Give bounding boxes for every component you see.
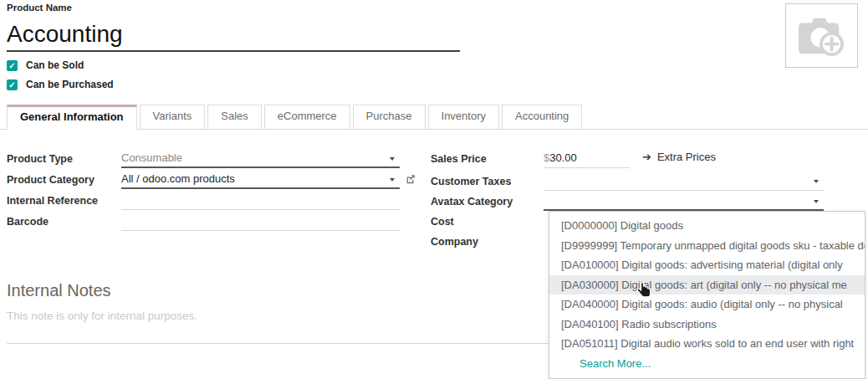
product-type-select[interactable]: Consumable bbox=[121, 150, 400, 168]
tab-variants[interactable]: Variants bbox=[140, 105, 206, 130]
product-image-placeholder[interactable] bbox=[785, 3, 858, 68]
dropdown-option[interactable]: [DA040100] Radio subscriptions bbox=[549, 315, 865, 335]
avatax-category-label: Avatax Category bbox=[431, 192, 513, 211]
internal-reference-label: Internal Reference bbox=[7, 192, 98, 210]
product-category-value: All / odoo.com products bbox=[121, 172, 235, 185]
tab-sales[interactable]: Sales bbox=[207, 105, 262, 130]
checkbox-label: Can be Sold bbox=[26, 59, 84, 71]
customer-taxes-select[interactable] bbox=[544, 172, 824, 191]
customer-taxes-label: Customer Taxes bbox=[431, 172, 511, 191]
cost-label: Cost bbox=[431, 213, 454, 231]
avatax-category-select[interactable] bbox=[544, 192, 824, 211]
checkbox-label: Can be Purchased bbox=[26, 79, 114, 90]
internal-notes-heading: Internal Notes bbox=[7, 281, 111, 300]
dropdown-option[interactable]: [DA040000] Digital goods: audio (digital… bbox=[549, 294, 865, 315]
checkmark-icon[interactable]: ✓ bbox=[7, 79, 18, 90]
chevron-down-icon bbox=[814, 200, 819, 203]
sales-price-value: 30.00 bbox=[549, 151, 577, 164]
internal-reference-input[interactable] bbox=[121, 192, 400, 210]
dropdown-option-highlighted[interactable]: [DA030000] Digital goods: art (digital o… bbox=[549, 275, 865, 295]
avatax-category-dropdown: [D0000000] Digital goods [D9999999] Temp… bbox=[549, 211, 865, 379]
dropdown-option[interactable]: [D0000000] Digital goods bbox=[549, 216, 865, 236]
product-type-label: Product Type bbox=[7, 150, 73, 168]
chevron-down-icon bbox=[390, 157, 395, 161]
dropdown-option[interactable]: [DA051011] Digital audio works sold to a… bbox=[549, 334, 865, 354]
dropdown-option[interactable]: [D9999999] Temporary unmapped digital go… bbox=[549, 236, 865, 256]
tab-general-information[interactable]: General Information bbox=[7, 105, 137, 130]
checkbox-can-be-sold[interactable]: ✓ Can be Sold bbox=[7, 59, 84, 71]
extra-prices-label: Extra Prices bbox=[657, 151, 716, 163]
notebook-tabs: General Information Variants Sales eComm… bbox=[0, 104, 868, 130]
checkbox-can-be-purchased[interactable]: ✓ Can be Purchased bbox=[7, 79, 114, 90]
barcode-input[interactable] bbox=[121, 213, 400, 231]
product-name-input[interactable]: Accounting bbox=[7, 17, 460, 52]
dropdown-option[interactable]: [DA010000] Digital goods: advertising ma… bbox=[549, 255, 865, 275]
sales-price-label: Sales Price bbox=[431, 150, 487, 168]
tab-inventory[interactable]: Inventory bbox=[428, 105, 499, 130]
chevron-down-icon bbox=[390, 178, 395, 182]
chevron-down-icon bbox=[814, 180, 819, 183]
camera-plus-icon bbox=[796, 13, 848, 59]
internal-notes-placeholder[interactable]: This note is only for internal purposes. bbox=[7, 310, 197, 322]
tab-accounting[interactable]: Accounting bbox=[502, 105, 582, 130]
arrow-right-icon: ➔ bbox=[642, 151, 651, 163]
tab-ecommerce[interactable]: eCommerce bbox=[264, 105, 350, 130]
tab-purchase[interactable]: Purchase bbox=[353, 105, 426, 130]
extra-prices-link[interactable]: ➔ Extra Prices bbox=[642, 151, 716, 163]
product-type-value: Consumable bbox=[121, 151, 182, 164]
product-form-page: Product Name Accounting ✓ Can be Sold ✓ … bbox=[0, 0, 868, 379]
product-category-select[interactable]: All / odoo.com products bbox=[121, 171, 400, 189]
sales-price-input[interactable]: $30.00 bbox=[544, 150, 630, 168]
external-link-icon[interactable] bbox=[405, 173, 416, 185]
checkmark-icon[interactable]: ✓ bbox=[7, 60, 18, 71]
barcode-label: Barcode bbox=[7, 213, 49, 231]
product-name-label: Product Name bbox=[7, 3, 72, 13]
search-more-link[interactable]: Search More... bbox=[549, 354, 865, 374]
company-label: Company bbox=[431, 233, 478, 251]
product-category-label: Product Category bbox=[7, 171, 94, 189]
